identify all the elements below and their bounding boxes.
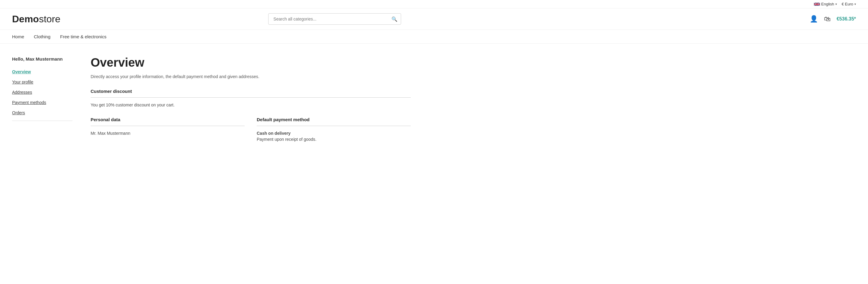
nav-item-home[interactable]: Home: [12, 34, 24, 39]
payment-method-desc: Payment upon receipt of goods.: [257, 137, 316, 142]
discount-divider: [91, 97, 411, 98]
sidebar-greeting: Hello, Max Mustermann: [12, 56, 72, 62]
personal-data-divider: [91, 126, 245, 126]
nav-item-clothing[interactable]: Clothing: [34, 34, 51, 39]
nav-item-free-time[interactable]: Free time & electronics: [60, 34, 106, 39]
payment-method-name: Cash on delivery: [257, 131, 411, 136]
account-icon[interactable]: 👤: [810, 15, 818, 23]
discount-text: You get 10% customer discount on your ca…: [91, 103, 411, 107]
payment-method-details: Cash on delivery Payment upon receipt of…: [257, 131, 411, 142]
personal-data-title: Personal data: [91, 117, 245, 122]
sidebar-divider: [12, 120, 72, 121]
search-icon: 🔍: [392, 16, 398, 22]
two-col-section: Personal data Mr. Max Mustermann Default…: [91, 117, 411, 142]
sidebar-item-orders[interactable]: Orders: [12, 110, 72, 115]
sidebar-item-profile[interactable]: Your profile: [12, 80, 72, 84]
currency-chevron-icon: ▾: [855, 2, 856, 6]
sidebar: Hello, Max Mustermann Overview Your prof…: [12, 56, 72, 142]
page-subtitle: Directly access your profile information…: [91, 74, 411, 79]
sidebar-item-overview[interactable]: Overview: [12, 69, 72, 74]
page-title: Overview: [91, 56, 411, 69]
header-actions: 👤 🛍 €536.35*: [810, 15, 856, 23]
payment-method-divider: [257, 126, 411, 126]
search-input[interactable]: [268, 13, 401, 25]
currency-label: € Euro: [842, 2, 853, 6]
content: Overview Directly access your profile in…: [91, 56, 411, 142]
header: Demostore 🔍 👤 🛍 €536.35*: [0, 8, 868, 30]
top-bar: English ▾ € Euro ▾: [0, 0, 868, 8]
sidebar-item-addresses[interactable]: Addresses: [12, 90, 72, 95]
currency-selector[interactable]: € Euro ▾: [842, 2, 856, 6]
cart-price[interactable]: €536.35*: [837, 16, 856, 22]
search-container: 🔍: [268, 13, 401, 25]
personal-data-value: Mr. Max Mustermann: [91, 131, 245, 136]
payment-method-section: Default payment method Cash on delivery …: [257, 117, 411, 142]
logo-bold: Demo: [12, 13, 39, 25]
discount-section: Customer discount You get 10% customer d…: [91, 88, 411, 107]
payment-method-title: Default payment method: [257, 117, 411, 122]
main-layout: Hello, Max Mustermann Overview Your prof…: [0, 44, 423, 154]
discount-section-title: Customer discount: [91, 88, 411, 94]
cart-icon[interactable]: 🛍: [824, 15, 831, 23]
sidebar-nav: Overview Your profile Addresses Payment …: [12, 69, 72, 115]
sidebar-item-payment-methods[interactable]: Payment methods: [12, 100, 72, 105]
main-nav: Home Clothing Free time & electronics: [0, 30, 868, 44]
language-label: English: [821, 2, 834, 6]
language-chevron-icon: ▾: [835, 2, 837, 6]
personal-data-section: Personal data Mr. Max Mustermann: [91, 117, 245, 142]
language-selector[interactable]: English ▾: [814, 2, 837, 6]
logo-rest: store: [39, 13, 60, 25]
uk-flag-icon: [814, 2, 820, 6]
logo[interactable]: Demostore: [12, 13, 60, 25]
